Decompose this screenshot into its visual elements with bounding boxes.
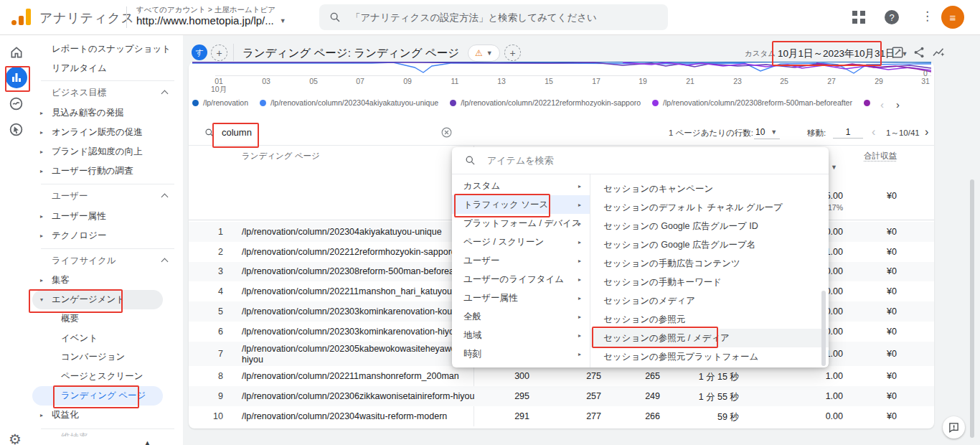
chevron-right-icon: ▸ xyxy=(40,412,43,418)
revenue-column-header[interactable]: 合計収益 xyxy=(864,150,897,161)
avatar[interactable]: ≡ xyxy=(941,6,964,29)
search-icon xyxy=(465,155,476,166)
nav-monetization[interactable]: ▸収益化 xyxy=(32,406,183,425)
legend-next-icon[interactable]: › xyxy=(896,98,900,111)
menu-category-user-lifetime[interactable]: ユーザーのライフタイム▸ xyxy=(452,270,590,289)
data-quality-badge[interactable]: ⚠ ▼ xyxy=(468,44,500,62)
menu-search[interactable] xyxy=(452,147,829,174)
legend-dot xyxy=(652,100,659,106)
chevron-right-icon: ▸ xyxy=(578,351,581,357)
rows-per-page-select[interactable]: 10 ▼ xyxy=(754,127,780,139)
nav-section-lifecycle[interactable]: ライフサイクル xyxy=(32,251,183,270)
menu-category-time[interactable]: 時刻▸ xyxy=(452,345,590,363)
help-icon[interactable]: ? xyxy=(885,10,899,24)
next-page-icon[interactable]: › xyxy=(925,126,928,139)
nav-realtime[interactable]: リアルタイム xyxy=(32,59,183,78)
legend-item[interactable]: /lp/renovation/column/2022 xyxy=(864,98,870,107)
goto-page-input[interactable] xyxy=(833,126,863,139)
share-icon[interactable] xyxy=(913,46,925,59)
chevron-down-icon: ▼ xyxy=(771,128,777,136)
advertising-icon[interactable] xyxy=(9,122,24,137)
legend-item[interactable]: /lp/renovation/column/202308reform-500ma… xyxy=(652,98,852,107)
nav-brand-awareness[interactable]: ▸ブランド認知度の向上 xyxy=(32,142,183,161)
menu-category-page-screen[interactable]: ページ / スクリーン▸ xyxy=(452,233,590,251)
nav-acquisition[interactable]: ▸集客 xyxy=(32,271,183,290)
header-divider xyxy=(233,44,234,61)
nav-rail: ⚙ xyxy=(0,34,33,445)
nav-section-user[interactable]: ユーザー xyxy=(32,187,183,205)
row-path: /lp/renovation/column/202303kominkarenov… xyxy=(242,327,459,337)
menu-scrollbar[interactable] xyxy=(821,291,826,366)
home-icon[interactable] xyxy=(9,45,24,60)
nav-report-snapshot[interactable]: レポートのスナップショット xyxy=(32,39,183,59)
property-selector[interactable]: http://www.hometopia.jp/lp/... ▼ xyxy=(136,14,286,27)
explore-icon[interactable] xyxy=(9,96,24,111)
clear-filter-icon[interactable] xyxy=(440,126,453,139)
nav-section-business-goals[interactable]: ビジネス目標 xyxy=(32,83,183,102)
global-search[interactable] xyxy=(319,4,668,30)
collapse-arrow-icon[interactable]: ▲ xyxy=(143,439,152,445)
legend-item[interactable]: /lp/renovation/column/202304akiyakatuyou… xyxy=(260,98,438,107)
annotation-box-reports-icon xyxy=(5,66,30,92)
x-tick: 17 xyxy=(587,77,606,85)
more-vertical-icon[interactable]: ⋮ xyxy=(921,9,933,24)
menu-category-general[interactable]: 全般▸ xyxy=(452,307,590,326)
nav-technology[interactable]: ▸テクノロジー xyxy=(32,226,183,245)
apps-grid-icon[interactable] xyxy=(852,11,865,24)
dimension-column-header[interactable]: ランディング ページ xyxy=(242,151,320,161)
nav-conversions[interactable]: コンバージョン xyxy=(32,347,183,367)
row-revenue: ¥0 xyxy=(861,391,897,401)
add-report-button[interactable]: + xyxy=(504,44,521,61)
table-row[interactable]: 9 /lp/renovation/column/202306zikkawonis… xyxy=(189,386,934,406)
menu-item-session-default-channel-group[interactable]: セッションのデフォルト チャネル グループ xyxy=(590,198,829,217)
table-row[interactable]: 8 /lp/renovation/column/202211manshonref… xyxy=(189,366,934,386)
nav-lead-generation[interactable]: ▸見込み顧客の発掘 xyxy=(32,103,183,123)
x-tick: 21 xyxy=(681,77,699,85)
menu-search-input[interactable] xyxy=(486,154,632,167)
global-search-input[interactable] xyxy=(349,11,639,24)
customize-report-icon[interactable] xyxy=(891,46,904,59)
nav-events[interactable]: イベント xyxy=(32,329,183,348)
nav-pages-screens[interactable]: ページとスクリーン xyxy=(32,367,183,386)
menu-category-user[interactable]: ユーザー▸ xyxy=(452,251,590,270)
row-path: /lp/renovation/column/202306zikkawoniset… xyxy=(242,391,474,402)
menu-item-session-campaign[interactable]: セッションのキャンペーン xyxy=(590,179,829,198)
segment-chip[interactable]: す xyxy=(192,44,207,60)
nav-retention-clipped[interactable]: 維持率 xyxy=(61,431,88,436)
menu-category-user-attributes[interactable]: ユーザー属性▸ xyxy=(452,289,590,307)
x-tick: 07 xyxy=(351,77,369,85)
menu-item-session-manual-keyword[interactable]: セッションの手動キーワード xyxy=(590,273,829,291)
annotation-box-session-source-medium xyxy=(592,327,718,348)
row-engagement-time: 59 秒 xyxy=(667,411,739,423)
menu-item-session-manual-ad-content[interactable]: セッションの手動広告コンテンツ xyxy=(590,254,829,273)
chevron-right-icon: ▸ xyxy=(40,149,43,155)
annotation-box-filter xyxy=(212,123,259,148)
page-scrollbar[interactable] xyxy=(970,179,974,438)
menu-item-session-medium[interactable]: セッションのメディア xyxy=(590,291,829,310)
menu-item-session-source-platform[interactable]: セッションの参照元プラットフォーム xyxy=(590,347,829,366)
metric-dropdown-caret-icon[interactable]: ▼ xyxy=(831,164,837,171)
nav-user-attributes[interactable]: ▸ユーザー属性 xyxy=(32,207,183,226)
menu-category-custom[interactable]: カスタム▸ xyxy=(452,177,590,195)
feedback-button[interactable] xyxy=(943,416,965,439)
row-new-users: 265 xyxy=(610,371,660,381)
legend-item[interactable]: /lp/renovation/column/202212reformhozyok… xyxy=(450,98,641,107)
legend-item[interactable]: /lp/renovation xyxy=(192,98,248,107)
row-new-users: 266 xyxy=(610,411,660,421)
nav-online-sales[interactable]: ▸オンライン販売の促進 xyxy=(32,123,183,142)
menu-item-session-google-ads-group-id[interactable]: セッションの Google 広告グループ ID xyxy=(590,217,829,235)
chevron-right-icon: ▸ xyxy=(578,220,581,227)
menu-item-session-google-ads-group-name[interactable]: セッションの Google 広告グループ名 xyxy=(590,235,829,254)
row-path: /lp/renovation/column/202212reformhozyok… xyxy=(242,247,456,258)
nav-user-behavior[interactable]: ▸ユーザー行動の調査 xyxy=(32,161,183,181)
row-rank: 2 xyxy=(210,247,223,257)
add-comparison-button[interactable]: + xyxy=(211,44,227,61)
settings-gear-icon[interactable]: ⚙ xyxy=(9,431,22,445)
row-path: /lp/renovation/column/202304akiyakatuyou… xyxy=(242,227,442,238)
x-tick: 27 xyxy=(822,77,841,85)
insights-icon[interactable] xyxy=(932,46,946,59)
table-row[interactable]: 10 /lp/renovation/column/202304wasitu-re… xyxy=(189,406,934,426)
row-rank: 8 xyxy=(210,371,223,381)
menu-category-geography[interactable]: 地域▸ xyxy=(452,326,590,345)
account-breadcrumb[interactable]: すべてのアカウント > 土屋ホームトピア xyxy=(136,5,275,15)
